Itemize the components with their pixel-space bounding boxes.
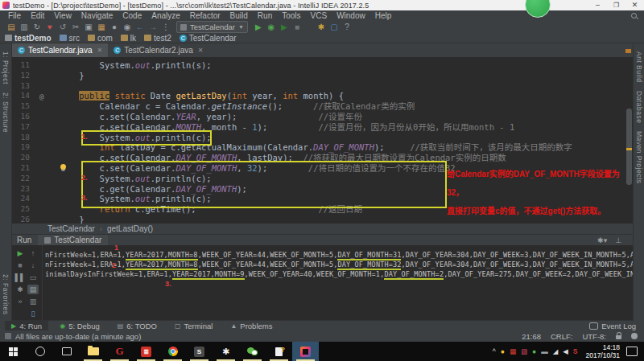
line-number[interactable]: 22 — [12, 174, 30, 184]
tray-app-yellow-icon[interactable]: ● — [501, 347, 505, 355]
tool-strip-2-favorites[interactable]: 2: Favorites — [2, 274, 10, 314]
line-number[interactable]: 19 — [12, 142, 30, 153]
line-number[interactable]: 17 — [12, 122, 30, 133]
stop-icon[interactable]: ■ — [291, 22, 303, 32]
gutter[interactable]: @ — [30, 91, 59, 101]
compile-icon[interactable]: ⋮ — [159, 22, 172, 32]
close-icon[interactable]: ✕ — [97, 47, 103, 54]
file-encoding[interactable]: UTF-8: — [582, 332, 606, 341]
tray-volume-icon[interactable]: ◀ — [563, 347, 568, 355]
menu-item-help[interactable]: Help — [370, 10, 397, 21]
taskbar-settings-icon[interactable]: ✱ — [213, 342, 239, 361]
settings-icon[interactable]: ✱ — [14, 285, 26, 294]
inspection-indicator-icon[interactable] — [625, 49, 631, 53]
changes-icon[interactable]: ♥ — [43, 22, 56, 32]
crumb-testcalendar[interactable]: TestCalendar — [47, 224, 95, 233]
gutter[interactable] — [30, 122, 59, 133]
code-line[interactable]: 17 c.set(Calendar.MONTH, month - 1); //设… — [12, 122, 633, 133]
menu-item-view[interactable]: View — [49, 10, 76, 21]
code-line[interactable]: 18 System.out.println(c);1. — [12, 133, 633, 143]
tray-app-red-icon[interactable]: ▨ — [521, 347, 527, 355]
line-number[interactable]: 15 — [12, 101, 30, 112]
replace-icon[interactable]: ◉ — [121, 22, 134, 32]
gutter[interactable] — [30, 163, 59, 174]
editor-tab-testcalendar-java[interactable]: CTestCalendar.java✕ — [12, 43, 108, 57]
gutter[interactable] — [30, 153, 59, 163]
error-stripe-mark[interactable] — [626, 148, 632, 150]
taskbar-wechat-icon[interactable] — [239, 342, 266, 361]
debug-icon[interactable]: ◉ — [265, 22, 278, 32]
cut-icon[interactable]: ✂ — [69, 22, 82, 32]
code-line[interactable]: 13 — [12, 81, 633, 92]
editor-tab-testcalendar2-java[interactable]: CTestCalendar2.java✕ — [108, 43, 208, 57]
search-icon[interactable]: ● — [108, 22, 121, 32]
menu-item-code[interactable]: Code — [118, 10, 147, 21]
line-number[interactable]: 13 — [12, 81, 30, 92]
lock-icon[interactable] — [616, 335, 621, 339]
stop-icon[interactable]: ■ — [14, 260, 26, 270]
breadcrumb-item-testdemo[interactable]: testDemo — [5, 34, 52, 43]
console-output[interactable]: nFirstWeek=1,ERA=1,YEAR=2017,MONTH=8,WEE… — [45, 250, 630, 279]
close-icon[interactable]: ✕ — [198, 47, 204, 54]
taskbar-task-view-icon[interactable] — [53, 342, 80, 361]
down-icon[interactable]: ↓ — [27, 260, 39, 270]
menu-item-build[interactable]: Build — [225, 10, 253, 21]
lightbulb-icon[interactable] — [60, 164, 66, 170]
gear-icon[interactable]: ✱▾ — [597, 236, 607, 244]
breadcrumb-item-test2[interactable]: test2 — [144, 34, 171, 43]
run-config-select[interactable]: TestCalendar ▼ — [176, 21, 248, 33]
code-line[interactable]: 20 c.set(Calendar.DAY_OF_MONTH, lastDay)… — [12, 153, 633, 163]
line-number[interactable]: 26 — [12, 215, 30, 224]
gutter[interactable] — [30, 81, 59, 92]
run-tab[interactable]: TestCalendar — [38, 235, 108, 245]
code-line[interactable]: 12 } — [12, 71, 633, 81]
maximize-button[interactable] — [607, 0, 625, 10]
taskbar-help-doc-icon[interactable] — [266, 342, 292, 361]
line-number[interactable]: 25 — [12, 204, 30, 215]
gutter[interactable] — [30, 142, 59, 153]
taskbar-app-s-icon[interactable]: S — [186, 342, 213, 361]
gutter[interactable] — [30, 101, 59, 112]
sync-icon[interactable]: ↻ — [31, 22, 43, 32]
menu-item-file[interactable]: File — [3, 10, 26, 21]
back-icon[interactable]: ← — [134, 22, 147, 32]
rerun-icon[interactable]: ▶ — [14, 248, 26, 258]
tool-strip-2-structure[interactable]: 2: Structure — [2, 92, 10, 133]
taskbar-intellij-idea-icon[interactable] — [292, 342, 319, 361]
inspect-icon[interactable]: ✱ — [315, 22, 328, 32]
tray-expand-icon[interactable]: ^ — [493, 347, 496, 355]
line-number[interactable]: 20 — [12, 153, 30, 163]
gutter[interactable] — [30, 184, 59, 195]
taskbar-file-explorer-icon[interactable] — [80, 342, 106, 361]
soft-wrap-icon[interactable]: ▤ — [27, 285, 39, 294]
line-number[interactable]: 21 — [12, 163, 30, 174]
taskbar-chrome-icon[interactable] — [159, 342, 186, 361]
coverage-icon[interactable]: ▶ — [278, 22, 291, 32]
line-number[interactable]: 12 — [12, 71, 30, 81]
expand-icon[interactable]: » — [14, 297, 26, 306]
pin-icon[interactable]: ⊥ — [615, 236, 621, 244]
gutter[interactable] — [30, 112, 59, 122]
code-line[interactable]: 19 int lastDay = c.getActualMaximum(Cale… — [12, 142, 633, 153]
line-number[interactable]: 23 — [12, 184, 30, 195]
line-number[interactable]: 14 — [12, 91, 30, 101]
breadcrumb-item-testcalendar[interactable]: CTestCalendar — [180, 34, 237, 43]
code-line[interactable]: 15 Calendar c = Calendar.getInstance(); … — [12, 101, 633, 112]
crumb-getlastday[interactable]: getLastDay() — [107, 224, 153, 233]
edit-icon[interactable]: ▭ — [27, 273, 39, 282]
menu-item-run[interactable]: Run — [253, 10, 277, 21]
menu-item-window[interactable]: Window — [332, 10, 370, 21]
line-number[interactable]: 11 — [12, 60, 30, 71]
menu-item-refactor[interactable]: Refactor — [185, 10, 225, 21]
taskbar-cortana-search-icon[interactable] — [27, 342, 53, 361]
tool-strip-ant-build[interactable]: Ant Build — [635, 51, 643, 83]
menu-item-edit[interactable]: Edit — [26, 10, 49, 21]
menu-item-analyze[interactable]: Analyze — [147, 10, 185, 21]
code-line[interactable]: 16 c.set(Calendar.YEAR, year); //设置年份 — [12, 112, 633, 122]
tray-sogou-icon[interactable]: S — [573, 347, 578, 355]
help-icon[interactable]: ? — [341, 22, 353, 32]
taskbar-windows-start-icon[interactable] — [0, 342, 27, 361]
paste-icon[interactable]: ▦ — [95, 22, 108, 32]
run-icon[interactable]: ▶ — [252, 22, 265, 32]
breadcrumb-item-src[interactable]: src — [60, 34, 80, 43]
